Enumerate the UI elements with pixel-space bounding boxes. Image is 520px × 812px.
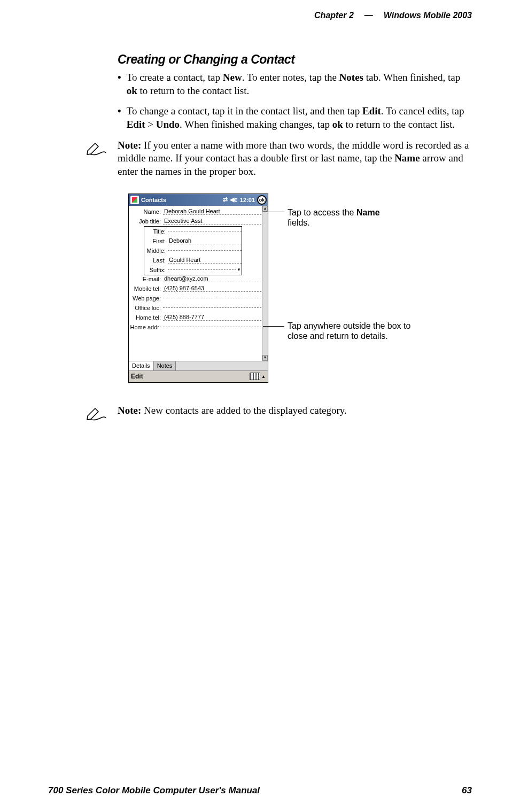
connectivity-icon[interactable]: ⇄ (223, 196, 228, 203)
tabs: Details Notes (129, 361, 268, 370)
contact-form: ▲ ▼ Name:Deborah Gould Heart▼ Job title:… (129, 206, 268, 361)
menubar: Edit ▲ (129, 370, 268, 382)
bullet-marker: • (118, 105, 121, 131)
label-title: Title: (144, 228, 168, 235)
field-title[interactable] (168, 231, 242, 231)
label-mobile: Mobile tel: (130, 285, 163, 292)
note-text: Note: If you enter a name with more than… (118, 139, 472, 179)
field-hometel[interactable]: (425) 888-7777 (163, 314, 267, 321)
scroll-down-icon[interactable]: ▼ (262, 355, 268, 361)
page-footer: 700 Series Color Mobile Computer User's … (48, 785, 472, 796)
bullet-change: • To change a contact, tap it in the con… (118, 105, 472, 131)
menu-edit[interactable]: Edit (131, 373, 143, 380)
field-jobtitle[interactable]: Executive Asst (163, 218, 267, 225)
name-popup: Title: First:Deborah Middle: Last:Gould … (144, 226, 242, 275)
ok-button[interactable]: ok (257, 195, 267, 205)
footer-manual-title: 700 Series Color Mobile Computer User's … (48, 785, 260, 796)
label-webpage: Web page: (130, 295, 163, 301)
tab-details[interactable]: Details (129, 361, 154, 370)
bullet-text: To change a contact, tap it in the conta… (127, 105, 472, 131)
chapter-label: Chapter (314, 11, 346, 20)
speaker-icon[interactable]: ◀ϵ (230, 196, 238, 203)
leader-line (263, 212, 284, 212)
chapter-number: 2 (349, 11, 354, 20)
field-name[interactable]: Deborah Gould Heart (163, 208, 261, 215)
scrollbar[interactable]: ▲ ▼ (262, 206, 268, 361)
field-last[interactable]: Gould Heart (168, 257, 242, 264)
bullet-marker: • (118, 71, 121, 97)
start-icon[interactable] (130, 196, 139, 204)
label-first: First: (144, 238, 168, 244)
section-heading: Creating or Changing a Contact (118, 52, 472, 67)
annotation-name-fields: Tap to access the Name fields. (288, 207, 380, 228)
field-email[interactable]: dheart@xyz.com (163, 275, 267, 282)
field-suffix[interactable] (168, 269, 236, 270)
header-dash: — (364, 11, 373, 20)
leader-line (263, 326, 284, 327)
field-office[interactable] (163, 307, 267, 308)
note-1: Note: If you enter a name with more than… (86, 139, 472, 179)
bullet-text: To create a contact, tap New. To enter n… (127, 71, 472, 97)
label-name: Name: (130, 208, 163, 215)
suffix-dropdown-icon[interactable]: ▼ (236, 267, 242, 272)
label-office: Office loc: (130, 305, 163, 311)
field-homeaddr[interactable] (163, 327, 261, 327)
field-middle[interactable] (168, 250, 242, 251)
field-webpage[interactable] (163, 298, 267, 298)
label-hometel: Home tel: (130, 314, 163, 321)
device-screenshot: Contacts ⇄ ◀ϵ 12:01 ok ▲ ▼ Name:Deborah … (128, 194, 268, 383)
tab-notes[interactable]: Notes (154, 361, 176, 370)
keyboard-icon[interactable] (250, 373, 260, 380)
bullet-create: • To create a contact, tap New. To enter… (118, 71, 472, 97)
footer-page-number: 63 (462, 785, 472, 796)
scroll-up-icon[interactable]: ▲ (262, 206, 268, 212)
field-mobile[interactable]: (425) 987-6543 (163, 285, 267, 292)
note-icon (86, 404, 107, 423)
app-title: Contacts (141, 197, 166, 203)
label-last: Last: (144, 257, 168, 264)
page-header: Chapter 2 — Windows Mobile 2003 (48, 11, 472, 20)
label-middle: Middle: (144, 248, 168, 254)
note-text: Note: New contacts are added to the disp… (118, 404, 347, 417)
clock: 12:01 (240, 197, 255, 203)
titlebar[interactable]: Contacts ⇄ ◀ϵ 12:01 ok (129, 194, 268, 206)
input-panel-up-icon[interactable]: ▲ (261, 374, 266, 379)
annotation-close-popup: Tap anywhere outside the box to close an… (288, 321, 416, 341)
label-email: E-mail: (130, 276, 163, 282)
note-icon (86, 139, 107, 158)
label-suffix: Suffix: (144, 267, 168, 273)
note-2: Note: New contacts are added to the disp… (86, 404, 472, 423)
label-homeaddr: Home addr: (130, 324, 163, 330)
label-jobtitle: Job title: (130, 218, 163, 225)
field-first[interactable]: Deborah (168, 237, 242, 244)
header-title: Windows Mobile 2003 (384, 11, 472, 20)
